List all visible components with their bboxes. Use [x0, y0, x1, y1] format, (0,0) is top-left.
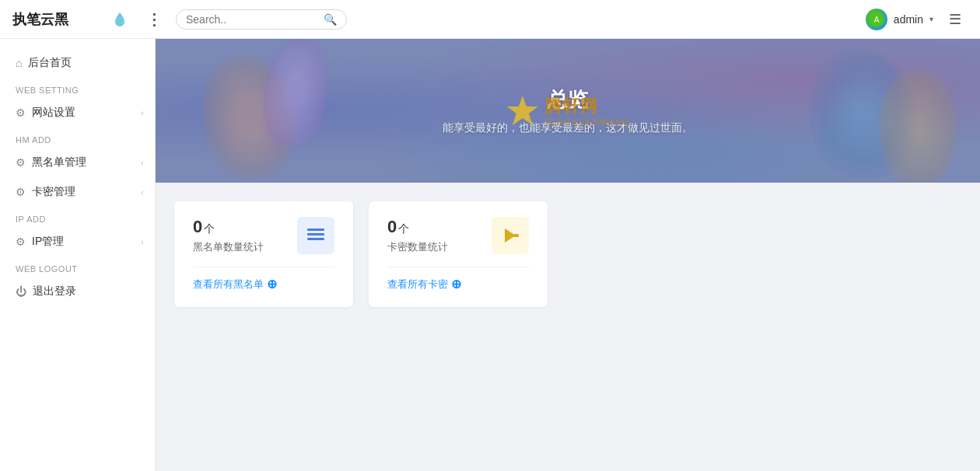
stat-link-blacklist[interactable]: 查看所有黑名单 ⊕ [193, 267, 334, 291]
svg-rect-3 [307, 229, 324, 231]
card-key-icon [500, 225, 520, 246]
chevron-down-icon: ▾ [929, 15, 933, 23]
stats-section: 0个 黑名单数量统计 查看所有黑名单 ⊕ [156, 183, 980, 326]
banner: 总览 能享受最好的，也能享受最差的，这才做见过世面。 [156, 39, 980, 183]
stat-label-blacklist: 黑名单数量统计 [193, 240, 264, 254]
power-icon: ⏻ [16, 285, 26, 298]
svg-rect-7 [514, 234, 519, 237]
chevron-left-icon-1: ‹ [141, 108, 144, 117]
stat-link-text-card: 查看所有卡密 [387, 277, 448, 291]
stat-number-blacklist: 0个 [193, 217, 264, 237]
gear-icon-4: ⚙ [16, 236, 26, 248]
sidebar-section-hm-add: HM ADD [0, 127, 155, 148]
home-icon: ⌂ [16, 57, 22, 69]
stat-card-card: 0个 卡密数量统计 查看所有卡密 ⊕ [369, 201, 548, 307]
list-icon [306, 227, 325, 244]
stat-top-card: 0个 卡密数量统计 [387, 217, 529, 254]
stat-num-val-card: 0 [387, 217, 397, 236]
user-menu[interactable]: A admin ▾ [866, 9, 933, 30]
main-content: 总览 能享受最好的，也能享受最差的，这才做见过世面。 [156, 39, 980, 471]
top-navigation: 执笔云黑 ⋮ 🔍 A admin ▾ [0, 0, 980, 39]
svg-rect-4 [307, 233, 324, 236]
stat-icon-blacklist [297, 217, 334, 254]
gear-icon-2: ⚙ [16, 156, 26, 169]
avatar: A [866, 9, 887, 30]
banner-title: 总览 [548, 86, 588, 113]
svg-marker-6 [505, 229, 516, 242]
stat-text-blacklist: 0个 黑名单数量统计 [193, 217, 264, 254]
sidebar-label-card: 卡密管理 [32, 185, 75, 199]
stat-text-card: 0个 卡密数量统计 [387, 217, 448, 254]
stat-card-blacklist: 0个 黑名单数量统计 查看所有黑名单 ⊕ [174, 201, 353, 307]
stat-top-blacklist: 0个 黑名单数量统计 [193, 217, 334, 254]
svg-text:A: A [874, 16, 880, 24]
sidebar-section-web-logout: WEB LOGOUT [0, 256, 155, 277]
water-drop-button[interactable] [107, 7, 132, 32]
sidebar-item-logout[interactable]: ⏻ 退出登录 [0, 277, 155, 306]
search-icon[interactable]: 🔍 [324, 13, 337, 26]
stat-label-card: 卡密数量统计 [387, 240, 448, 254]
sidebar-label-logout: 退出登录 [33, 284, 76, 298]
gear-icon-3: ⚙ [16, 186, 26, 198]
sidebar-item-web-site-settings[interactable]: ⚙ 网站设置 ‹ [0, 98, 155, 127]
sidebar-label-ip: IP管理 [32, 235, 64, 249]
svg-rect-5 [307, 238, 324, 240]
avatar-icon: A [869, 12, 884, 27]
water-drop-icon [114, 12, 126, 27]
sidebar-item-ip-management[interactable]: ⚙ IP管理 ‹ [0, 227, 155, 256]
main-layout: ⌂ 后台首页 WEB SETTING ⚙ 网站设置 ‹ HM ADD ⚙ 黑名单… [0, 39, 980, 471]
hamburger-menu-button[interactable]: ☰ [943, 8, 968, 31]
search-input[interactable] [186, 13, 319, 26]
stat-num-val-blacklist: 0 [193, 217, 202, 236]
sidebar: ⌂ 后台首页 WEB SETTING ⚙ 网站设置 ‹ HM ADD ⚙ 黑名单… [0, 39, 156, 471]
stat-link-text-blacklist: 查看所有黑名单 [193, 277, 264, 291]
chevron-left-icon-2: ‹ [141, 158, 144, 167]
sidebar-home-label: 后台首页 [28, 56, 72, 70]
user-name-label: admin [894, 13, 923, 26]
stat-number-card: 0个 [387, 217, 448, 237]
stat-link-card[interactable]: 查看所有卡密 ⊕ [387, 267, 529, 291]
app-logo: 执笔云黑 [12, 10, 98, 29]
dots-menu-button[interactable]: ⋮ [142, 7, 166, 32]
gear-icon-1: ⚙ [16, 106, 26, 119]
plus-circle-icon-2: ⊕ [451, 277, 461, 291]
sidebar-label-blacklist: 黑名单管理 [32, 155, 86, 169]
sidebar-item-card-management[interactable]: ⚙ 卡密管理 ‹ [0, 177, 155, 207]
dots-icon: ⋮ [146, 12, 162, 27]
stat-unit-blacklist: 个 [204, 222, 215, 235]
stat-icon-card [492, 217, 529, 254]
sidebar-label-web-site-settings: 网站设置 [32, 106, 75, 120]
banner-subtitle: 能享受最好的，也能享受最差的，这才做见过世面。 [443, 121, 693, 135]
search-box: 🔍 [176, 9, 347, 30]
plus-circle-icon-1: ⊕ [267, 277, 277, 291]
sidebar-section-web-setting: WEB SETTING [0, 78, 155, 98]
chevron-left-icon-4: ‹ [141, 237, 144, 246]
sidebar-item-blacklist-management[interactable]: ⚙ 黑名单管理 ‹ [0, 148, 155, 177]
sidebar-item-home[interactable]: ⌂ 后台首页 [0, 48, 155, 78]
chevron-left-icon-3: ‹ [141, 187, 144, 197]
stat-unit-card: 个 [398, 222, 409, 235]
sidebar-section-ip-add: IP ADD [0, 207, 155, 227]
